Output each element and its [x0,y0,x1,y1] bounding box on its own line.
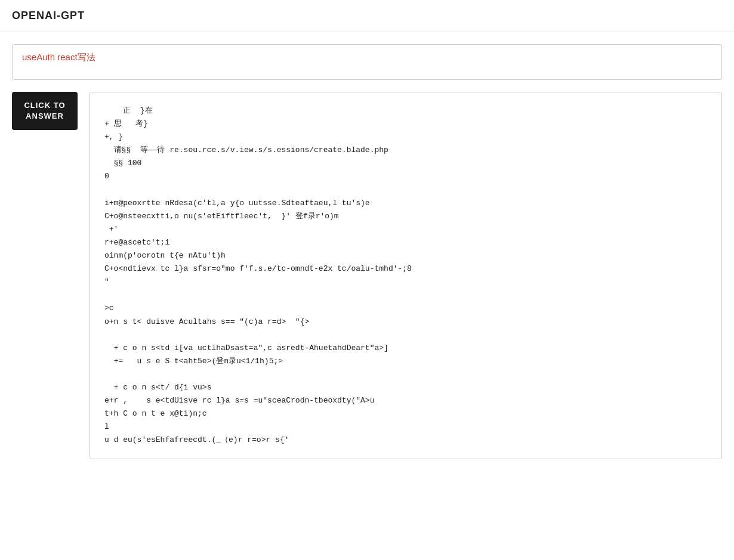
code-line: 正 }在 [104,104,707,117]
app-title: OPENAI-GPT [12,10,85,21]
code-line: 0 [104,170,707,183]
code-line: §§ 100 [104,157,707,170]
header: OPENAI-GPT [0,0,734,32]
code-line: " [104,276,707,289]
code-line [104,368,707,381]
code-line: + 思 考} [104,117,707,131]
code-line: oinm(p'ocrotn t{e nAtu't)h [104,249,707,262]
code-line: u d eu(s'esEhfafreecdt.(_（e)r r=o>r s{' [104,434,707,447]
code-line: +' [104,223,707,236]
code-line: C+o@nsteecxtti,o nu(s'etEiftfleec't, }' … [104,210,707,223]
code-line [104,329,707,342]
code-line: + c o n s<td i[va uctlhaDsast=a",c asred… [104,342,707,355]
click-to-answer-button[interactable]: CLICK TOANSWER [12,92,78,130]
code-line [104,289,707,302]
code-panel: 正 }在+ 思 考}+, } 请§§ 等——待 re.sou.rce.s/v.i… [90,92,722,459]
code-line: +, } [104,131,707,144]
code-line: C+o<ndtievx tc l}a sfsr=o"mo f'f.s.e/tc-… [104,262,707,276]
code-line: r+e@ascetc't;i [104,236,707,249]
code-line: l [104,420,707,434]
code-line: >c [104,302,707,315]
code-line: + c o n s<t/ d{i vu>s [104,381,707,394]
code-line [104,184,707,197]
code-line: e+r , s e<tdUisve rc l}a s=s =u"sceaCrod… [104,394,707,407]
code-line: o+n s t< duisve Acultahs s== "(c)a r=d> … [104,315,707,329]
code-line: += u s e S t<aht5e>(登n录u<1/1h)5;> [104,355,707,368]
code-line: i+m@peoxrtte nRdesa(c'tl,a y{o uutsse.Sd… [104,197,707,210]
code-line: 请§§ 等——待 re.sou.rce.s/v.iew.s/s.essions/… [104,144,707,157]
query-box: useAuth react写法 [12,44,722,80]
main-content: CLICK TOANSWER 正 }在+ 思 考}+, } 请§§ 等——待 r… [0,92,734,459]
code-line: t+h C o n t e x@ti)n;c [104,407,707,420]
